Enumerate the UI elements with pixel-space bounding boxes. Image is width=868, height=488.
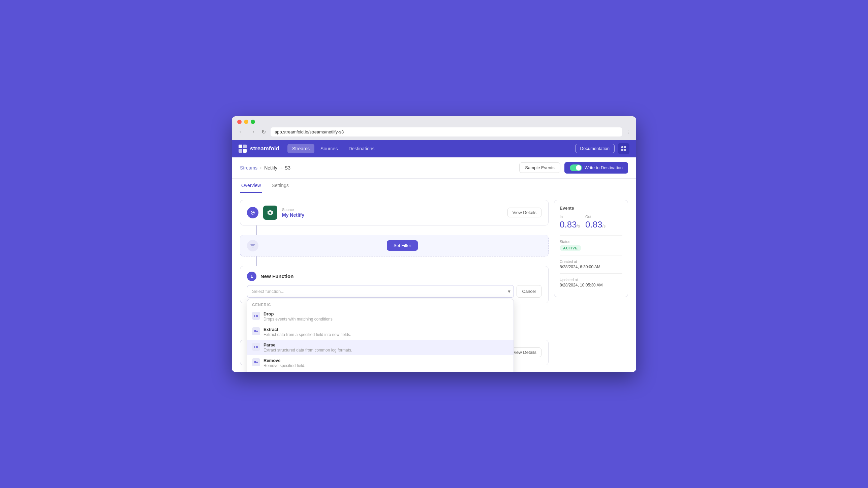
dropdown-item-remove-name: Remove — [264, 358, 305, 363]
breadcrumb-parent[interactable]: Streams — [240, 165, 257, 171]
dropdown-item-extract[interactable]: Fn Extract Extract data from a specified… — [247, 324, 514, 340]
dropdown-item-drop-content: Drop Drops events with matching conditio… — [264, 311, 334, 322]
stats-divider-1 — [560, 235, 622, 236]
tab-overview[interactable]: Overview — [240, 179, 262, 193]
right-sidebar: Events In 0.83/s Out 0.83/s — [554, 200, 628, 365]
dropdown-item-parse[interactable]: Fn Parse Extract structured data from co… — [247, 340, 514, 355]
stats-divider-3 — [560, 273, 622, 274]
refresh-button[interactable]: ↻ — [260, 128, 267, 136]
svg-rect-2 — [621, 149, 623, 151]
browser-window: ← → ↻ ⋮ streamfold Streams Sources — [232, 116, 636, 372]
fn-badge-remove: Fn — [252, 358, 260, 366]
connector-1 — [240, 225, 549, 235]
source-view-details-button[interactable]: View Details — [507, 208, 541, 217]
sample-events-button[interactable]: Sample Events — [519, 162, 560, 173]
events-out-unit: /s — [602, 224, 606, 228]
nav-sources[interactable]: Sources — [316, 144, 342, 153]
function-select-display[interactable]: Select function... — [247, 285, 514, 298]
source-flow-icon — [250, 210, 255, 215]
dropdown-item-rename[interactable]: Fn Rename Rename specified field. — [247, 371, 514, 372]
breadcrumb-current: Netlify → S3 — [264, 165, 290, 171]
grid-icon-button[interactable] — [618, 143, 629, 154]
grid-icon — [621, 146, 626, 151]
forward-button[interactable]: → — [249, 128, 257, 135]
source-label: Source — [282, 208, 503, 212]
events-in-value: 0.83/s — [560, 219, 580, 230]
browser-chrome: ← → ↻ ⋮ — [232, 116, 636, 140]
fullscreen-button[interactable] — [251, 120, 255, 124]
pipeline-area: Source My Netlify View Details — [240, 200, 549, 365]
source-card: Source My Netlify View Details — [240, 200, 549, 225]
dropdown-section-generic: GENERIC — [247, 299, 514, 309]
events-title: Events — [560, 206, 622, 211]
created-label: Created at — [560, 260, 622, 264]
browser-toolbar: ← → ↻ ⋮ — [237, 127, 631, 140]
page-header-actions: Sample Events Write to Destination — [519, 162, 628, 174]
set-filter-button[interactable]: Set Filter — [387, 240, 418, 251]
connector-line-2 — [256, 256, 257, 266]
nav-right: Documentation — [575, 143, 629, 154]
events-out-number: 0.83 — [585, 219, 602, 230]
browser-menu-button[interactable]: ⋮ — [625, 129, 631, 135]
dropdown-item-drop[interactable]: Fn Drop Drops events with matching condi… — [247, 309, 514, 324]
updated-value: 8/28/2024, 10:05:30 AM — [560, 283, 622, 287]
tab-settings[interactable]: Settings — [270, 179, 290, 193]
source-name: My Netlify — [282, 212, 503, 218]
events-stats-row: In 0.83/s Out 0.83/s — [560, 215, 622, 230]
minimize-button[interactable] — [244, 120, 248, 124]
updated-label: Updated at — [560, 278, 622, 282]
write-destination-label: Write to Destination — [585, 165, 623, 170]
function-select-area: Select function... ▾ GENERIC Fn Drop — [247, 285, 541, 298]
dropdown-item-remove[interactable]: Fn Remove Remove specified field. — [247, 355, 514, 371]
function-select-wrapper: Select function... ▾ GENERIC Fn Drop — [247, 285, 514, 298]
status-label: Status — [560, 240, 622, 244]
dropdown-item-parse-desc: Extract structured data from common log … — [264, 348, 352, 353]
address-bar[interactable] — [271, 127, 622, 136]
back-button[interactable]: ← — [237, 128, 245, 135]
function-title: New Function — [260, 273, 541, 279]
source-step-icon — [247, 207, 258, 218]
created-row: Created at 8/28/2024, 6:30:00 AM — [560, 260, 622, 269]
events-out-value: 0.83/s — [585, 219, 606, 230]
dropdown-item-extract-desc: Extract data from a specified field into… — [264, 332, 351, 337]
cancel-function-button[interactable]: Cancel — [517, 285, 541, 298]
toggle-knob — [576, 165, 581, 171]
netlify-logo — [263, 206, 277, 220]
top-nav: streamfold Streams Sources Destinations … — [232, 140, 636, 157]
nav-destinations[interactable]: Destinations — [344, 144, 379, 153]
nav-links: Streams Sources Destinations — [287, 144, 575, 153]
dropdown-item-parse-content: Parse Extract structured data from commo… — [264, 342, 352, 353]
dropdown-item-extract-content: Extract Extract data from a specified fi… — [264, 327, 351, 337]
stats-divider-2 — [560, 255, 622, 255]
svg-point-5 — [269, 212, 271, 214]
dropdown-item-extract-name: Extract — [264, 327, 351, 332]
write-to-destination-button[interactable]: Write to Destination — [564, 162, 628, 174]
nav-streams[interactable]: Streams — [287, 144, 314, 153]
events-out-label: Out — [585, 215, 606, 219]
stats-card: Events In 0.83/s Out 0.83/s — [554, 200, 628, 297]
created-value: 8/28/2024, 6:30:00 AM — [560, 265, 622, 269]
function-header: 1 New Function — [247, 272, 541, 281]
breadcrumb: Streams › Netlify → S3 — [240, 165, 290, 171]
events-in-stat: In 0.83/s — [560, 215, 580, 230]
updated-row: Updated at 8/28/2024, 10:05:30 AM — [560, 278, 622, 287]
svg-rect-3 — [624, 149, 626, 151]
close-button[interactable] — [237, 120, 242, 124]
filter-card: Set Filter — [240, 235, 549, 256]
fn-badge-drop: Fn — [252, 312, 260, 320]
logo-area: streamfold — [239, 145, 279, 153]
status-row: Status ACTIVE — [560, 240, 622, 251]
function-number: 1 — [247, 272, 256, 281]
filter-icon — [250, 243, 255, 248]
logo-text: streamfold — [250, 145, 279, 152]
function-dropdown-menu: GENERIC Fn Drop Drops events with matchi… — [247, 299, 514, 372]
connector-line-1 — [256, 225, 257, 235]
logo-icon — [239, 145, 247, 153]
app-container: streamfold Streams Sources Destinations … — [232, 140, 636, 372]
fn-badge-extract: Fn — [252, 327, 260, 335]
dropdown-item-drop-desc: Drops events with matching conditions. — [264, 317, 334, 322]
function-card: 1 New Function Select function... ▾ GENE… — [240, 266, 549, 303]
traffic-lights — [237, 120, 631, 124]
documentation-button[interactable]: Documentation — [575, 144, 615, 153]
page-header: Streams › Netlify → S3 Sample Events Wri… — [232, 157, 636, 179]
